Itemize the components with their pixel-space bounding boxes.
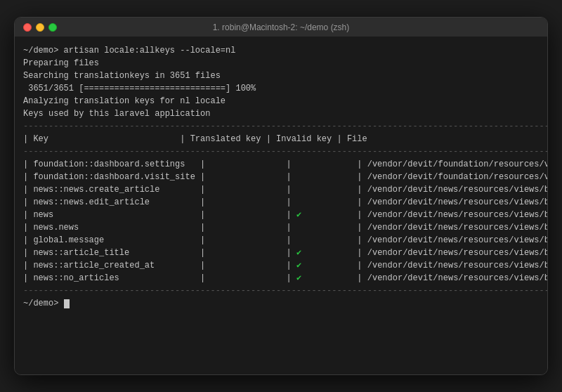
table-row: | foundation::dashboard.settings | | | /… bbox=[23, 158, 539, 171]
window-title: 1. robin@Macintosh-2: ~/demo (zsh) bbox=[213, 22, 350, 32]
titlebar: 1. robin@Macintosh-2: ~/demo (zsh) bbox=[15, 18, 547, 37]
table-rows: | foundation::dashboard.settings | | | /… bbox=[23, 158, 539, 285]
traffic-lights bbox=[23, 23, 57, 32]
separator-1: ----------------------------------------… bbox=[23, 120, 539, 133]
close-button[interactable] bbox=[23, 23, 32, 32]
separator-2: ----------------------------------------… bbox=[23, 145, 539, 158]
table-header: | Key | Translated key | Invalid key | F… bbox=[23, 133, 539, 145]
command-1: artisan locale:allkeys --locale=nl bbox=[64, 46, 236, 55]
separator-3: ----------------------------------------… bbox=[23, 285, 539, 297]
maximize-button[interactable] bbox=[48, 23, 57, 32]
table-row: | news::no_articles | | ✔ | /vendor/devi… bbox=[23, 272, 539, 285]
output-line-3: 3651/3651 [============================]… bbox=[23, 82, 539, 95]
table-row: | news | | ✔ | /vendor/devit/news/resour… bbox=[23, 209, 539, 221]
table-row: | news::news.edit_article | | | /vendor/… bbox=[23, 196, 539, 209]
minimize-button[interactable] bbox=[36, 23, 44, 32]
table-row: | news::article_created_at | | ✔ | /vend… bbox=[23, 259, 539, 272]
terminal-window: 1. robin@Macintosh-2: ~/demo (zsh) ~/dem… bbox=[14, 17, 548, 375]
table-row: | foundation::dashboard.visit_site | | |… bbox=[23, 171, 539, 183]
prompt-1: ~/demo> bbox=[23, 46, 64, 55]
prompt-2: ~/demo> bbox=[23, 299, 64, 308]
table-row: | news::news.create_article | | | /vendo… bbox=[23, 183, 539, 196]
prompt-line-1: ~/demo> artisan locale:allkeys --locale=… bbox=[23, 44, 539, 57]
terminal-body[interactable]: ~/demo> artisan locale:allkeys --locale=… bbox=[15, 37, 547, 374]
cursor bbox=[64, 299, 70, 308]
output-line-2: Searching translationkeys in 3651 files bbox=[23, 70, 539, 82]
output-line-5: Keys used by this laravel application bbox=[23, 107, 539, 120]
table-row: | news.news | | | /vendor/devit/news/res… bbox=[23, 221, 539, 234]
table-row: | news::article_title | | ✔ | /vendor/de… bbox=[23, 247, 539, 259]
table-row: | global.message | | | /vendor/devit/new… bbox=[23, 234, 539, 247]
output-line-1: Preparing files bbox=[23, 57, 539, 70]
output-line-4: Analyzing translation keys for nl locale bbox=[23, 95, 539, 107]
prompt-line-2: ~/demo> bbox=[23, 297, 539, 310]
